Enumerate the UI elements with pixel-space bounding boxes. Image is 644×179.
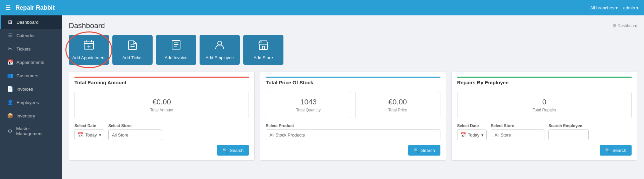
sidebar-item-employees[interactable]: 👤 Employees xyxy=(0,96,62,109)
appointments-icon: 📅 xyxy=(7,59,13,65)
earning-search-button[interactable]: 🔍 Search xyxy=(217,145,249,156)
main-content: Dashboard ⊞ Dashboard xyxy=(62,15,644,179)
repairs-search-label: Search xyxy=(612,148,626,153)
sidebar-item-master-management[interactable]: ⚙ Master Management xyxy=(0,122,62,140)
sidebar-item-appointments[interactable]: 📅 Appointments xyxy=(0,56,62,69)
breadcrumb-label: Dashboard xyxy=(618,23,637,28)
sidebar-item-label: Appointments xyxy=(16,60,44,65)
svg-rect-13 xyxy=(259,44,267,50)
repairs-store-label: Select Store xyxy=(491,123,544,128)
sidebar-item-label: Inventory xyxy=(16,113,35,118)
total-quantity-label: Total Quantity xyxy=(270,108,346,112)
total-quantity-box: 1043 Total Quantity xyxy=(266,92,351,118)
add-appointment-icon xyxy=(84,39,94,53)
earning-store-select[interactable]: All Store xyxy=(108,129,162,140)
earning-card-title: Total Earning Amount xyxy=(74,77,249,88)
total-price-label: Total Price xyxy=(360,108,436,112)
repairs-stats-row: 0 Total Repairs xyxy=(457,92,632,118)
earning-date-input[interactable]: 📅 Today ▾ xyxy=(74,129,104,140)
master-management-icon: ⚙ xyxy=(7,128,13,134)
earning-search-row: 🔍 Search xyxy=(74,145,249,156)
total-repairs-label: Total Repairs xyxy=(462,108,627,112)
add-appointment-button[interactable]: Add Appointment xyxy=(69,35,109,65)
search-icon: 🔍 xyxy=(414,148,419,153)
add-invoice-label: Add Invoice xyxy=(165,55,187,60)
breadcrumb-row: Dashboard ⊞ Dashboard xyxy=(69,21,637,30)
total-amount-box: €0.00 Total Amount xyxy=(74,92,249,118)
calendar-icon: 📅 xyxy=(460,132,466,138)
sidebar-item-customers[interactable]: 👥 Customers xyxy=(0,69,62,82)
stock-card-title: Total Price Of Stock xyxy=(266,77,440,88)
repairs-store-group: Select Store All Store xyxy=(491,123,544,140)
add-invoice-icon xyxy=(171,39,181,53)
earning-date-label: Select Date xyxy=(74,123,104,128)
sidebar-item-invoices[interactable]: 📄 Invoices xyxy=(0,82,62,96)
sidebar-item-label: Calender xyxy=(16,33,35,38)
repairs-search-row: 🔍 Search xyxy=(457,145,632,156)
sidebar-item-calender[interactable]: ☰ Calender xyxy=(0,29,62,42)
admin-selector[interactable]: admin xyxy=(623,5,639,10)
add-employee-button[interactable]: Add Employee xyxy=(200,35,240,65)
breadcrumb-icon: ⊞ xyxy=(613,23,616,28)
add-store-button[interactable]: Add Store xyxy=(243,35,283,65)
add-employee-icon xyxy=(214,39,225,53)
sidebar-item-tickets[interactable]: ✂ Tickets xyxy=(0,42,62,56)
stock-product-label: Select Product xyxy=(266,123,440,128)
repairs-date-chevron: ▾ xyxy=(481,132,484,138)
stock-stats-row: 1043 Total Quantity €0.00 Total Price xyxy=(266,92,440,118)
stock-product-select[interactable]: All Stock Products xyxy=(266,129,440,140)
add-store-label: Add Store xyxy=(254,55,273,60)
total-quantity-value: 1043 xyxy=(270,98,346,106)
repairs-filters: Select Date 📅 Today ▾ Select Store All S… xyxy=(457,123,632,140)
earning-date-group: Select Date 📅 Today ▾ xyxy=(74,123,104,140)
customers-icon: 👥 xyxy=(7,73,13,79)
sidebar-item-label: Tickets xyxy=(16,47,31,52)
total-repairs-value: 0 xyxy=(462,98,627,106)
repairs-date-input[interactable]: 📅 Today ▾ xyxy=(457,129,487,140)
earning-store-group: Select Store All Store xyxy=(108,123,162,140)
repairs-date-group: Select Date 📅 Today ▾ xyxy=(457,123,487,140)
add-invoice-button[interactable]: Add Invoice xyxy=(156,35,196,65)
earning-stats-row: €0.00 Total Amount xyxy=(74,92,249,118)
add-ticket-button[interactable]: Add Ticket xyxy=(112,35,153,65)
repairs-store-select[interactable]: All Store xyxy=(491,129,544,140)
cards-row: Total Earning Amount €0.00 Total Amount … xyxy=(69,72,637,161)
earning-date-value: Today xyxy=(85,132,97,138)
invoices-icon: 📄 xyxy=(7,86,13,92)
sidebar-item-label: Dashboard xyxy=(16,20,39,25)
sidebar-item-label: Employees xyxy=(16,100,39,105)
repairs-search-button[interactable]: 🔍 Search xyxy=(600,145,632,156)
sidebar-item-label: Invoices xyxy=(16,87,33,92)
hamburger-menu[interactable]: ☰ xyxy=(5,4,11,11)
repairs-employee-input[interactable] xyxy=(548,129,589,140)
total-amount-value: €0.00 xyxy=(79,98,245,106)
action-buttons-row: Add Appointment Add Ticket xyxy=(69,35,637,65)
branches-selector[interactable]: All branches xyxy=(590,5,618,10)
page-title: Dashboard xyxy=(69,21,105,30)
repairs-employee-group: Search Employee xyxy=(548,123,589,140)
breadcrumb: ⊞ Dashboard xyxy=(613,23,637,28)
repairs-date-value: Today xyxy=(468,132,480,138)
repairs-date-label: Select Date xyxy=(457,123,487,128)
topnav-left: ☰ Repair Rabbit xyxy=(5,4,55,11)
earning-date-chevron: ▾ xyxy=(99,132,101,138)
sidebar-item-dashboard[interactable]: ⊞ Dashboard xyxy=(0,15,62,29)
add-ticket-icon xyxy=(127,39,138,53)
total-repairs-box: 0 Total Repairs xyxy=(457,92,632,118)
top-navbar: ☰ Repair Rabbit All branches admin xyxy=(0,0,644,15)
app-brand: Repair Rabbit xyxy=(15,4,55,11)
stock-search-button[interactable]: 🔍 Search xyxy=(408,145,440,156)
total-amount-label: Total Amount xyxy=(79,108,245,112)
calendar-icon: 📅 xyxy=(77,132,83,138)
earning-search-label: Search xyxy=(230,148,244,153)
sidebar-item-inventory[interactable]: 📦 Inventory xyxy=(0,109,62,122)
svg-rect-14 xyxy=(262,46,264,50)
stock-card: Total Price Of Stock 1043 Total Quantity… xyxy=(260,72,446,161)
sidebar: ⊞ Dashboard ☰ Calender ✂ Tickets 📅 Appoi… xyxy=(0,15,62,179)
app-body: ⊞ Dashboard ☰ Calender ✂ Tickets 📅 Appoi… xyxy=(0,15,644,179)
tickets-icon: ✂ xyxy=(7,46,13,52)
add-employee-label: Add Employee xyxy=(206,55,234,60)
add-store-icon xyxy=(258,39,269,53)
earning-card: Total Earning Amount €0.00 Total Amount … xyxy=(69,72,255,161)
inventory-icon: 📦 xyxy=(7,113,13,119)
